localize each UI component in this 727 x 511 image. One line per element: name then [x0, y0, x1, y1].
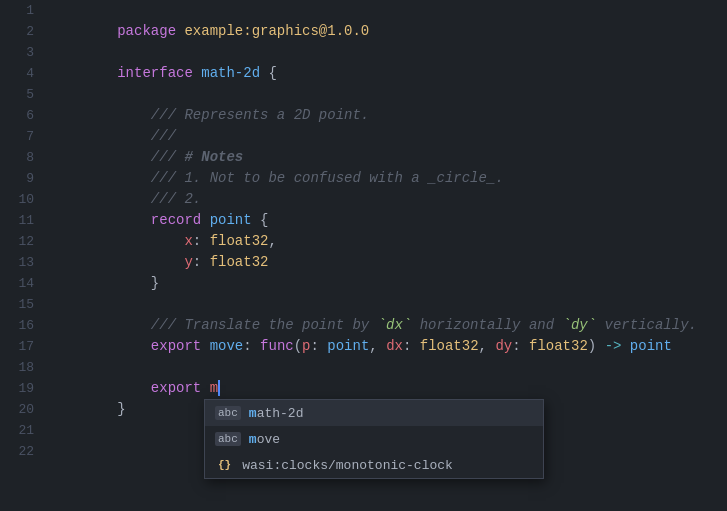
line-num-15: 15: [8, 294, 34, 315]
line-num-1: 1: [8, 0, 34, 21]
code-line-8: /// 1. Not to be confused with a _circle…: [50, 147, 727, 168]
line-num-17: 17: [8, 336, 34, 357]
autocomplete-icon-move: abc: [215, 432, 241, 446]
autocomplete-label-move: move: [249, 432, 280, 447]
code-line-11: x: float32,: [50, 210, 727, 231]
code-line-9: /// 2.: [50, 168, 727, 189]
code-line-12: y: float32: [50, 231, 727, 252]
line-num-18: 18: [8, 357, 34, 378]
code-line-4: [50, 63, 727, 84]
line-num-22: 22: [8, 441, 34, 462]
autocomplete-label-wasi: wasi:clocks/monotonic-clock: [242, 458, 453, 473]
line-num-9: 9: [8, 168, 34, 189]
autocomplete-match-move: m: [249, 432, 257, 447]
autocomplete-rest-move: ove: [257, 432, 280, 447]
line-num-21: 21: [8, 420, 34, 441]
code-line-6: ///: [50, 105, 727, 126]
line-num-7: 7: [8, 126, 34, 147]
autocomplete-item-math2d[interactable]: abc math-2d: [205, 400, 543, 426]
line-numbers: 1 2 3 4 5 6 7 8 9 10 11 12 13 14 15 16 1…: [0, 0, 42, 511]
autocomplete-item-move[interactable]: abc move: [205, 426, 543, 452]
code-line-2: [50, 21, 727, 42]
code-line-1: package example:graphics@1.0.0: [50, 0, 727, 21]
code-line-5: /// Represents a 2D point.: [50, 84, 727, 105]
code-line-19: }: [50, 378, 727, 399]
code-area: 1 2 3 4 5 6 7 8 9 10 11 12 13 14 15 16 1…: [0, 0, 727, 511]
code-line-16: export move: func(p: point, dx: float32,…: [50, 315, 727, 336]
line-num-14: 14: [8, 273, 34, 294]
line-num-11: 11: [8, 210, 34, 231]
autocomplete-icon-math2d: abc: [215, 406, 241, 420]
code-line-18: export m: [50, 357, 727, 378]
code-line-10: record point {: [50, 189, 727, 210]
code-line-14: [50, 273, 727, 294]
autocomplete-text-wasi: wasi:clocks/monotonic-clock: [242, 458, 453, 473]
code-line-3: interface math-2d {: [50, 42, 727, 63]
line-num-10: 10: [8, 189, 34, 210]
line-num-8: 8: [8, 147, 34, 168]
line-num-20: 20: [8, 399, 34, 420]
line-num-5: 5: [8, 84, 34, 105]
code-content[interactable]: package example:graphics@1.0.0 interface…: [42, 0, 727, 511]
line-num-16: 16: [8, 315, 34, 336]
autocomplete-rest-math2d: ath-2d: [257, 406, 304, 421]
code-line-15: /// Translate the point by `dx` horizont…: [50, 294, 727, 315]
autocomplete-item-wasi[interactable]: {} wasi:clocks/monotonic-clock: [205, 452, 543, 478]
autocomplete-match-math2d: m: [249, 406, 257, 421]
autocomplete-label-math2d: math-2d: [249, 406, 304, 421]
line-num-4: 4: [8, 63, 34, 84]
line-num-3: 3: [8, 42, 34, 63]
autocomplete-dropdown[interactable]: abc math-2d abc move {} wasi:cloc: [204, 399, 544, 479]
line-num-12: 12: [8, 231, 34, 252]
code-line-13: }: [50, 252, 727, 273]
line-num-13: 13: [8, 252, 34, 273]
code-line-7: /// # Notes: [50, 126, 727, 147]
autocomplete-icon-wasi: {}: [215, 458, 234, 472]
code-line-17: [50, 336, 727, 357]
line-num-19: 19: [8, 378, 34, 399]
line-num-2: 2: [8, 21, 34, 42]
line-num-6: 6: [8, 105, 34, 126]
code-editor: 1 2 3 4 5 6 7 8 9 10 11 12 13 14 15 16 1…: [0, 0, 727, 511]
